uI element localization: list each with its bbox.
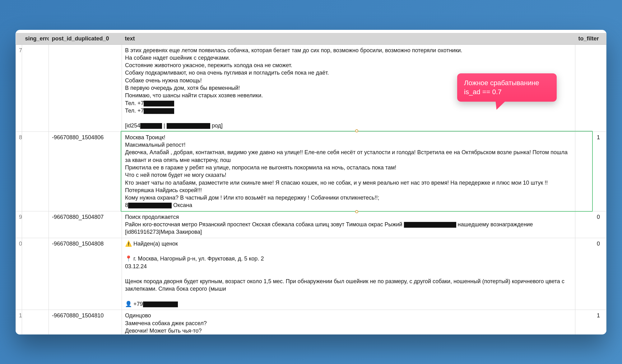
- th-text[interactable]: text: [122, 33, 575, 45]
- cell-text[interactable]: Поиск продолжается Район юго-восточная м…: [122, 211, 575, 238]
- selection-handle-bottom[interactable]: [355, 210, 358, 213]
- window-content: sing_error post_id_duplicated_0 text to_…: [16, 33, 606, 334]
- th-sing-error[interactable]: sing_error: [22, 33, 49, 45]
- cell-sing-error[interactable]: [22, 310, 49, 334]
- row-index: 0: [16, 238, 22, 310]
- th-index: [16, 33, 22, 45]
- callout-line2: is_ad == 0.7: [464, 87, 550, 97]
- cell-sing-error[interactable]: [22, 238, 49, 310]
- window-frame: sing_error post_id_duplicated_0 text to_…: [16, 30, 606, 334]
- table-row[interactable]: 0-96670880_1504808⚠️ Найден(а) щенок 📍 г…: [16, 238, 606, 310]
- row-index: 1: [16, 310, 22, 334]
- table-header-row: sing_error post_id_duplicated_0 text to_…: [16, 33, 606, 45]
- row-index: 7: [16, 44, 22, 131]
- selection-handle-top[interactable]: [355, 129, 358, 132]
- table-row[interactable]: 9-96670880_1504807Поиск продолжается Рай…: [16, 211, 606, 238]
- cell-sing-error[interactable]: [22, 44, 49, 131]
- th-to-filter[interactable]: to_filter: [575, 33, 606, 45]
- cell-to-filter[interactable]: [575, 44, 606, 131]
- cell-post-id[interactable]: -96670880_1504810: [49, 310, 122, 334]
- cell-post-id[interactable]: -96670880_1504806: [49, 131, 122, 211]
- cell-sing-error[interactable]: [22, 131, 49, 211]
- row-index: 9: [16, 211, 22, 238]
- cell-to-filter[interactable]: 1: [575, 131, 606, 211]
- cell-to-filter[interactable]: 1: [575, 310, 606, 334]
- row-index: 8: [16, 131, 22, 211]
- cell-post-id[interactable]: -96670880_1504807: [49, 211, 122, 238]
- cell-to-filter[interactable]: 0: [575, 211, 606, 238]
- table-row[interactable]: 8-96670880_1504806Москва Троицк! Максима…: [16, 131, 606, 211]
- cell-to-filter[interactable]: 0: [575, 238, 606, 310]
- cell-sing-error[interactable]: [22, 211, 49, 238]
- annotation-callout: Ложное срабатыванине is_ad == 0.7: [457, 73, 557, 102]
- cell-post-id[interactable]: -96670880_1504808: [49, 238, 122, 310]
- table-row[interactable]: 1-96670880_1504810Одинцово Замечена соба…: [16, 310, 606, 334]
- cell-text[interactable]: ⚠️ Найден(а) щенок 📍 г. Москва, Нагорный…: [122, 238, 575, 310]
- th-post-id[interactable]: post_id_duplicated_0: [49, 33, 122, 45]
- cell-text[interactable]: Одинцово Замечена собака джек рассел? Де…: [122, 310, 575, 334]
- cell-text[interactable]: Москва Троицк! Максимальный репост! Дево…: [122, 131, 575, 211]
- cell-post-id[interactable]: [49, 44, 122, 131]
- callout-line1: Ложное срабатыванине: [464, 78, 550, 88]
